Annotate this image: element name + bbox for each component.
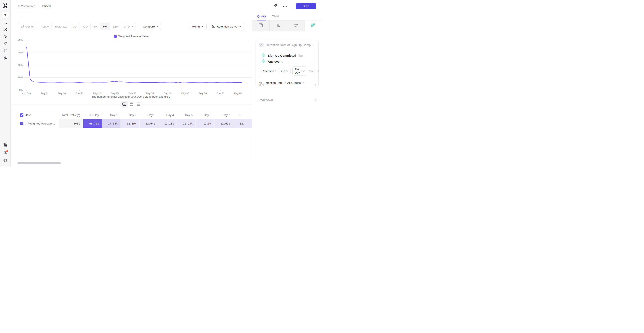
create-new-button[interactable]: + [2, 11, 9, 18]
retention-type-label: Retention [262, 70, 274, 73]
range-7d[interactable]: 7D [70, 23, 79, 30]
cell-value: 12.64% [146, 122, 155, 125]
sidebar-item-apps[interactable] [0, 142, 11, 148]
range-xtd[interactable]: XTD [121, 23, 136, 30]
column-header-clipped[interactable]: D [233, 111, 252, 119]
sidebar-item-users[interactable] [0, 41, 11, 47]
svg-text:80%: 80% [18, 39, 23, 41]
chevron-down-icon [302, 70, 304, 72]
retention-dots-icon [311, 23, 316, 29]
range-12m[interactable]: 12M [110, 23, 121, 30]
sidebar-item-settings[interactable] [0, 158, 11, 164]
retention-on-dropdown[interactable]: On [279, 68, 291, 74]
sidebar-item-cohorts[interactable] [0, 55, 11, 62]
breakdown-label: Breakdown [258, 98, 273, 102]
query-title[interactable]: Retention Rate of Sign Up Compl... [266, 43, 314, 47]
svg-text:Day 25: Day 25 [111, 92, 118, 95]
column-header[interactable]: Day 4 [158, 111, 177, 119]
breakdown-section: Breakdown [258, 98, 317, 102]
report-type-insights[interactable] [252, 21, 270, 31]
column-header[interactable]: Day 5 [177, 111, 196, 119]
advanced-dropdown[interactable]: Adv... [308, 70, 319, 73]
range-custom-label: Custom [25, 25, 35, 28]
breadcrumb: E-Commerce / Untitled [18, 0, 51, 12]
sidebar-item-boards[interactable] [0, 48, 11, 54]
retention-line-chart: 0%20%40%60%80%< 1 DayDay 5Day 10Day 15Da… [11, 33, 252, 101]
horizontal-scrollbar[interactable] [18, 162, 61, 164]
users-icon [3, 41, 8, 46]
svg-text:Day 50: Day 50 [199, 92, 206, 95]
tab-query[interactable]: Query [257, 12, 266, 21]
column-header[interactable]: Day 2 [120, 111, 139, 119]
app-window: E-Commerce / Untitled ••• Save + [0, 0, 322, 167]
sidebar-item-search[interactable] [0, 20, 11, 26]
svg-text:20%: 20% [18, 76, 23, 79]
range-6m[interactable]: 6M [100, 23, 110, 30]
row-checkbox[interactable] [20, 122, 24, 125]
retention-interval-dropdown[interactable]: Each Day [292, 66, 307, 76]
report-type-retention[interactable] [305, 21, 322, 31]
table-only-toggle[interactable] [135, 101, 142, 108]
add-filter-button[interactable] [314, 83, 317, 87]
event-pair-card: Sign Up Completed then Any event Retenti… [259, 50, 315, 78]
search-icon [3, 20, 8, 25]
save-button[interactable]: Save [296, 3, 316, 9]
event-hexagon-icon [262, 59, 265, 64]
chart-type-label: Retention Curve [217, 25, 238, 28]
svg-text:60%: 60% [18, 51, 23, 54]
table-header-row: Date Total Profile(s) < 1 Day Day 1 Day … [11, 111, 252, 119]
column-header-total-profiles[interactable]: Total Profile(s) [59, 111, 83, 119]
column-header-date[interactable]: Date [24, 111, 59, 119]
range-3m[interactable]: 3M [90, 23, 100, 30]
second-event-name[interactable]: Any event [268, 60, 282, 63]
compare-button[interactable]: Compare [140, 23, 162, 30]
report-type-funnels[interactable] [270, 21, 287, 31]
second-event-row[interactable]: Any event [262, 59, 312, 65]
top-bar: E-Commerce / Untitled ••• Save [0, 0, 322, 12]
mixpanel-logo[interactable] [2, 3, 8, 9]
select-all-checkbox[interactable] [20, 113, 24, 117]
column-header[interactable]: Day 1 [102, 111, 120, 119]
column-header[interactable]: Day 7 [214, 111, 233, 119]
range-30d[interactable]: 30D [79, 23, 90, 30]
chevron-down-icon [239, 26, 241, 27]
insights-chart-icon [258, 23, 263, 28]
scroll-track-line [11, 164, 252, 164]
granularity-dropdown[interactable]: Month [189, 23, 206, 30]
svg-text:0%: 0% [19, 89, 23, 91]
column-header[interactable]: < 1 Day [83, 111, 102, 119]
retention-type-dropdown[interactable]: Retention [262, 70, 277, 73]
table-row: Weighted Average ... 100% 68.76% 17.08% … [11, 119, 252, 128]
tab-chart[interactable]: Chart [272, 12, 279, 21]
chart-controls: Month Retention Curve [189, 23, 244, 30]
sidebar-item-explore[interactable] [0, 27, 11, 33]
chart-only-toggle[interactable] [128, 101, 135, 108]
range-yesterday[interactable]: Yesterday [52, 23, 70, 30]
column-header[interactable]: Day 6 [196, 111, 214, 119]
check-icon [21, 123, 23, 125]
chart-type-dropdown[interactable]: Retention Curve [209, 23, 244, 30]
flows-icon [294, 23, 298, 29]
copy-link-button[interactable] [272, 3, 278, 9]
svg-text:Day 45: Day 45 [182, 92, 189, 95]
date-range-segmented-control: Custom Today Yesterday 7D 30D 3M 6M 12M … [18, 23, 136, 30]
first-event-name[interactable]: Sign Up Completed [268, 54, 296, 57]
then-label: then [298, 54, 304, 57]
cell-value: 12.63% [220, 122, 230, 125]
column-header[interactable]: Day 3 [139, 111, 158, 119]
range-today[interactable]: Today [38, 23, 52, 30]
view-toggle-group [120, 101, 142, 108]
more-options-button[interactable]: ••• [282, 3, 288, 9]
split-view-toggle[interactable] [121, 101, 128, 108]
range-custom[interactable]: Custom [18, 23, 38, 30]
sidebar-item-events[interactable] [0, 34, 11, 40]
row-expand-chevron[interactable] [25, 122, 26, 125]
breadcrumb-project[interactable]: E-Commerce [18, 5, 35, 8]
filter-section: Filter [258, 83, 317, 87]
sidebar-item-help[interactable] [0, 150, 11, 156]
first-event-row[interactable]: Sign Up Completed then [262, 53, 312, 59]
report-type-flows[interactable] [287, 21, 305, 31]
breadcrumb-report-title[interactable]: Untitled [40, 5, 50, 8]
add-breakdown-button[interactable] [314, 99, 317, 102]
table-only-icon [136, 102, 140, 107]
